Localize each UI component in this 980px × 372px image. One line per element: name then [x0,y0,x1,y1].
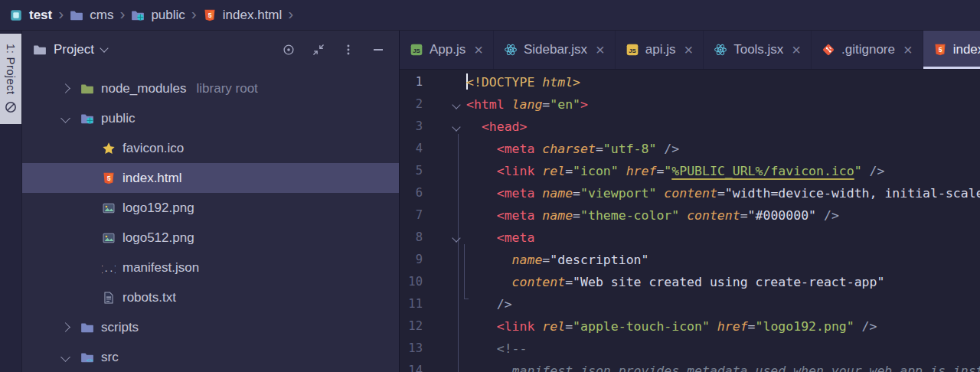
breadcrumb-item-cms[interactable]: cms [70,8,113,23]
code-token [466,297,497,312]
tree-item-label: logo512.png [122,230,194,246]
code-text[interactable]: <meta [466,227,980,249]
code-token: <meta [497,230,535,245]
collapse-all-icon[interactable] [312,43,325,57]
code-token: "apple-touch-icon" [573,319,710,334]
close-icon[interactable]: × [596,42,605,57]
tool-window-label: 1: Project [5,44,18,94]
breadcrumb-separator-icon: › [288,5,293,21]
line-number: 6 [400,182,423,204]
code-token: /> [816,208,839,223]
fold-guide-line [464,244,465,299]
breadcrumb-label: test [29,8,52,23]
fold-gutter [423,360,466,372]
code-text[interactable]: <link rel="icon" href="%PUBLIC_URL%/favi… [466,160,980,182]
tree-item-scripts[interactable]: scripts [22,312,399,342]
code-token: > [573,75,580,90]
close-icon[interactable]: × [684,42,693,57]
code-text[interactable]: name="description" [466,249,980,271]
code-token: rel [542,319,565,334]
breadcrumb-item-test[interactable]: test [9,8,52,23]
fold-gutter [423,138,466,160]
code-token: <meta [497,186,543,201]
tab-sidebar-jsx[interactable]: Sidebar.jsx× [494,31,616,69]
tab-index-html[interactable]: 5index.html× [923,31,980,69]
fold-gutter[interactable] [423,116,466,138]
tree-item-label: index.html [122,171,181,186]
code-text[interactable]: <!DOCTYPE html> [466,71,980,93]
js-yellow-icon: JS [626,43,639,57]
breadcrumb-item-public[interactable]: public [131,8,185,23]
tree-item-favicon-ico[interactable]: favicon.ico [22,133,399,163]
code-text[interactable]: <meta name="viewport" content="width=dev… [466,182,980,204]
locate-file-icon[interactable] [282,43,296,57]
close-icon[interactable]: × [474,42,483,57]
tree-item-index-html[interactable]: 5index.html [22,163,399,193]
tree-item-label: manifest.json [122,260,199,276]
chevron-down-icon[interactable] [62,354,80,361]
code-token: <meta [497,142,543,156]
chevron-right-icon[interactable] [62,324,80,331]
main-area: 1: Project Project node_moduleslibrary r… [0,31,980,372]
chevron-down-icon[interactable] [100,44,108,52]
more-options-icon[interactable] [341,43,355,57]
tree-item-label: public [101,111,135,126]
fold-gutter[interactable] [423,227,466,249]
fold-toggle-icon[interactable] [452,233,460,242]
code-token: = [573,208,580,223]
code-line: 7 <meta name="theme-color" content="#000… [400,204,980,227]
project-panel-title[interactable]: Project [54,42,94,57]
code-text[interactable]: <head> [466,116,980,138]
tool-window-button-project[interactable]: 1: Project [0,34,21,124]
tree-item-manifest-json[interactable]: {..}manifest.json [22,253,399,282]
tab-label: App.js [430,42,466,57]
fold-gutter [423,182,466,204]
text-icon [102,291,116,305]
code-text[interactable]: <meta charset="utf-8" /> [466,138,980,160]
code-text[interactable]: content="Web site created using create-r… [466,271,980,293]
code-token: "width=device-width, initial-scale=1" [725,186,980,201]
tab-api-js[interactable]: JSapi.js× [616,31,704,69]
code-token: manifest.json provides metadata used whe… [512,364,980,372]
code-token [679,208,687,223]
tree-item-label: favicon.ico [122,141,184,156]
project-panel-toolbar [282,43,385,57]
tree-item-src[interactable]: <>src [22,342,399,372]
close-icon[interactable]: × [903,42,913,57]
code-text[interactable]: <html lang="en"> [466,93,980,116]
react-icon [504,43,518,57]
tree-item-logo192-png[interactable]: logo192.png [22,193,399,223]
code-line: 10 content="Web site created using creat… [400,271,980,293]
code-editor[interactable]: 1<!DOCTYPE html>2<html lang="en">3 <head… [400,70,980,372]
code-line: 1<!DOCTYPE html> [400,71,980,93]
fold-toggle-icon[interactable] [452,122,460,131]
code-text[interactable]: <link rel="apple-touch-icon" href="logo1… [466,315,980,338]
code-token: = [748,319,756,334]
code-text[interactable]: <!-- [466,338,980,360]
tab-app-js[interactable]: JSApp.js× [400,31,494,69]
folder-icon [70,8,83,22]
code-token: /> [854,319,877,334]
tree-item-public[interactable]: public [22,103,399,133]
close-icon[interactable]: × [792,42,801,57]
line-number: 8 [400,227,423,249]
code-text[interactable]: manifest.json provides metadata used whe… [466,360,980,372]
code-token: "utf-8" [603,142,657,156]
svg-text:JS: JS [413,47,420,54]
chevron-right-icon[interactable] [62,85,80,92]
chevron-down-icon[interactable] [62,115,80,122]
tree-item-logo512-png[interactable]: logo512.png [22,223,399,253]
code-token: content [512,275,566,289]
tab-gitignore[interactable]: .gitignore× [812,31,923,69]
tab-label: Sidebar.jsx [524,42,587,57]
fold-toggle-icon[interactable] [452,100,460,109]
hide-panel-icon[interactable] [371,43,385,57]
tree-item-robots-txt[interactable]: robots.txt [22,282,399,312]
code-text[interactable]: /> [466,293,980,315]
code-text[interactable]: <meta name="theme-color" content="#00000… [466,204,980,227]
tree-item-node-modules[interactable]: node_moduleslibrary root [22,73,399,103]
tab-tools-jsx[interactable]: Tools.jsx× [704,31,812,69]
editor-tab-bar: JSApp.js×Sidebar.jsx×JSapi.js×Tools.jsx×… [400,31,980,70]
breadcrumb-item-index-html[interactable]: 5index.html [203,8,282,23]
fold-gutter[interactable] [423,93,466,116]
